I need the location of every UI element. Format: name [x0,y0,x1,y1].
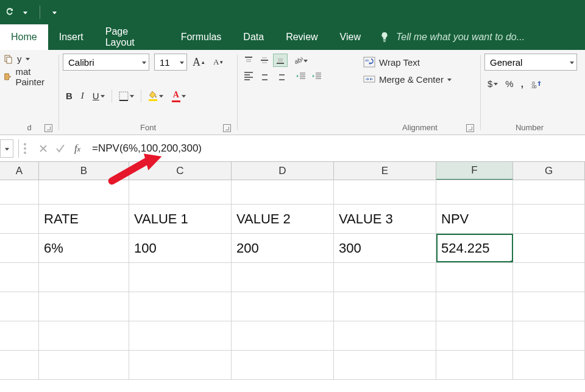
merge-center-dropdown-icon[interactable] [447,77,452,82]
cell-G3[interactable] [513,234,585,262]
borders-button[interactable] [116,89,137,103]
tab-formulas[interactable]: Formulas [170,24,233,50]
font-color-button[interactable]: A [169,88,189,104]
col-head-d[interactable]: D [232,162,334,180]
enter-formula-icon[interactable] [52,140,69,157]
cell-F5[interactable] [436,292,513,321]
tell-me-box[interactable] [379,24,585,50]
cell-D5[interactable] [232,292,334,321]
cell-G4[interactable] [513,263,585,292]
accounting-format-button[interactable]: $ [484,77,501,91]
font-size-select[interactable]: 11 [154,54,187,71]
cell-F3[interactable]: 524.225 [436,234,513,262]
merge-center-button[interactable]: Merge & Center [363,71,477,88]
cell-E4[interactable] [334,263,436,292]
cell-D4[interactable] [232,263,334,292]
cell-A4[interactable] [0,263,39,292]
cell-D2[interactable]: VALUE 2 [232,205,334,233]
cell-C2[interactable]: VALUE 1 [129,205,232,233]
cell-G1[interactable] [513,180,585,204]
number-format-select[interactable]: General [484,54,577,71]
decrease-indent-button[interactable] [294,69,308,83]
cell-B4[interactable] [39,263,129,292]
wrap-text-button[interactable]: ab Wrap Text [363,54,477,71]
percent-format-button[interactable]: % [502,77,516,91]
col-head-a[interactable]: A [0,162,39,180]
tab-data[interactable]: Data [232,24,275,50]
cell-A1[interactable] [0,180,39,204]
fill-color-button[interactable] [145,89,166,103]
redo-dropdown-icon[interactable] [23,10,27,15]
align-top-button[interactable] [241,54,256,67]
cell-F6[interactable] [436,321,513,350]
font-name-select[interactable]: Calibri [63,54,149,71]
cell-A3[interactable] [0,234,39,262]
cell-E3[interactable]: 300 [334,234,436,262]
cell-B5[interactable] [39,292,129,321]
cell-C5[interactable] [129,292,232,321]
bold-button[interactable]: B [63,89,76,103]
cell-C6[interactable] [129,321,232,350]
clipboard-launcher-icon[interactable] [44,124,52,132]
copy-button[interactable]: y [4,54,55,64]
col-head-g[interactable]: G [513,162,585,180]
align-right-button[interactable] [273,69,288,83]
cell-E6[interactable] [334,321,436,350]
align-bottom-button[interactable] [273,54,288,67]
cancel-formula-icon[interactable] [35,140,52,157]
alignment-launcher-icon[interactable] [466,124,474,132]
cell-C4[interactable] [129,263,232,292]
col-head-e[interactable]: E [334,162,436,180]
increase-font-button[interactable]: A▴ [190,54,208,71]
italic-button[interactable]: I [78,89,87,103]
tab-page-layout[interactable]: Page Layout [94,24,170,50]
cell-E5[interactable] [334,292,436,321]
insert-function-icon[interactable]: fx [69,140,86,157]
formula-bar-grip[interactable] [24,139,29,158]
cell-B6[interactable] [39,321,129,350]
cell-A2[interactable] [0,205,39,233]
cell-G7[interactable] [513,351,585,379]
align-middle-button[interactable] [257,54,272,67]
tab-review[interactable]: Review [275,24,328,50]
increase-indent-button[interactable] [310,69,324,83]
format-painter-button[interactable]: mat Painter [4,66,55,87]
cell-A7[interactable] [0,351,39,379]
font-launcher-icon[interactable] [223,124,231,132]
tell-me-input[interactable] [396,32,585,43]
cell-E7[interactable] [334,351,436,379]
orientation-button[interactable]: ab [294,54,308,67]
cell-D1[interactable] [232,180,334,204]
cell-G6[interactable] [513,321,585,350]
tab-home[interactable]: Home [0,24,48,50]
cell-F7[interactable] [436,351,513,379]
cell-B7[interactable] [39,351,129,379]
cell-G2[interactable] [513,205,585,233]
cell-A6[interactable] [0,321,39,350]
qat-customize-icon[interactable] [52,10,57,15]
redo-icon[interactable] [5,6,15,18]
col-head-f[interactable]: F [436,162,513,180]
cell-D6[interactable] [232,321,334,350]
tab-insert[interactable]: Insert [48,24,94,50]
increase-decimal-button[interactable]: .0.00 [528,78,545,90]
cell-D7[interactable] [232,351,334,379]
underline-button[interactable]: U [90,89,108,103]
cell-E1[interactable] [334,180,436,204]
cell-A5[interactable] [0,292,39,321]
cell-B3[interactable]: 6% [39,234,129,262]
align-center-button[interactable] [257,69,272,83]
cell-F2[interactable]: NPV [436,205,513,233]
decrease-font-button[interactable]: A▾ [210,55,226,69]
name-box-dropdown[interactable] [0,139,13,158]
comma-format-button[interactable]: , [518,77,526,91]
cell-F4[interactable] [436,263,513,292]
copy-dropdown-icon[interactable] [26,57,30,61]
cell-B2[interactable]: RATE [39,205,129,233]
align-left-button[interactable] [241,69,256,83]
cell-C3[interactable]: 100 [129,234,232,262]
cell-F1[interactable] [436,180,513,204]
tab-view[interactable]: View [329,24,372,50]
cell-G5[interactable] [513,292,585,321]
cell-C7[interactable] [129,351,232,379]
